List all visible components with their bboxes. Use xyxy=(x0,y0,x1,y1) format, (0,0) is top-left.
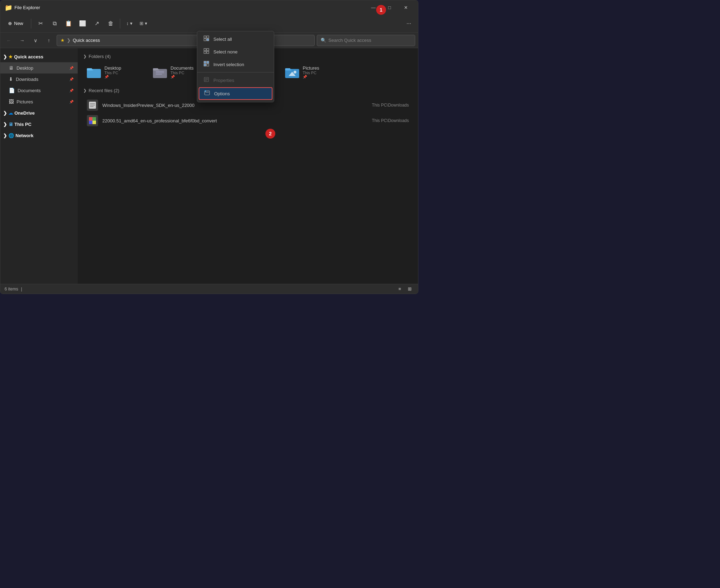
pin-icon-4: 📌 xyxy=(69,100,73,104)
menu-item-properties[interactable]: Properties xyxy=(197,74,274,87)
quick-access-icon: ★ xyxy=(8,54,13,59)
copy-button[interactable]: ⧉ xyxy=(48,17,61,30)
svg-rect-31 xyxy=(204,49,206,51)
svg-rect-45 xyxy=(205,90,206,92)
more-button[interactable]: ··· xyxy=(403,17,415,30)
pin-icon-3: 📌 xyxy=(69,89,73,92)
recent-item-2[interactable]: 22000.51_amd64_en-us_professional_bfe6f0… xyxy=(83,113,412,128)
sidebar-thispc-header[interactable]: ❯ 🖥 This PC xyxy=(0,119,78,130)
grid-view-icon: ⊞ xyxy=(408,286,412,292)
svg-rect-16 xyxy=(285,68,290,70)
sidebar-item-downloads-label: Downloads xyxy=(16,77,38,82)
recent-header-label: Recent files (2) xyxy=(89,88,119,93)
path-separator: ❯ xyxy=(67,38,71,43)
svg-rect-7 xyxy=(156,72,164,73)
svg-rect-22 xyxy=(90,106,94,107)
sidebar-item-pictures[interactable]: 🖼 Pictures 📌 xyxy=(0,96,78,107)
folder-icon-desktop xyxy=(87,66,101,78)
sort-icon: ↕ ▾ xyxy=(126,21,132,26)
svg-point-18 xyxy=(294,71,296,74)
svg-rect-40 xyxy=(205,78,208,79)
menu-options-label: Options xyxy=(214,91,230,96)
search-box[interactable]: 🔍 Search Quick access xyxy=(317,35,415,46)
delete-button[interactable]: 🗑 xyxy=(104,17,117,30)
sidebar-item-documents-label: Documents xyxy=(18,88,41,93)
svg-rect-20 xyxy=(90,103,95,104)
network-label: Network xyxy=(15,133,33,138)
svg-rect-21 xyxy=(90,105,95,106)
sidebar-quick-access-header[interactable]: ❯ ★ Quick access xyxy=(0,51,78,62)
back-button[interactable]: ← xyxy=(3,35,14,46)
grid-view-button[interactable]: ⊞ xyxy=(405,286,414,293)
menu-item-options[interactable]: Options xyxy=(199,87,272,100)
view-button[interactable]: ⊞ ▾ xyxy=(137,17,150,30)
delete-icon: 🗑 xyxy=(108,20,114,27)
recent-item-1-name: Windows_InsiderPreview_SDK_en-us_22000 xyxy=(102,103,348,108)
new-button[interactable]: ⊕ New xyxy=(3,19,28,28)
select-all-icon xyxy=(203,36,210,43)
menu-item-select-all[interactable]: Select all xyxy=(197,33,274,45)
documents-icon: 📄 xyxy=(9,88,15,93)
folder-documents-pin: 📌 xyxy=(171,75,194,79)
svg-rect-33 xyxy=(204,51,206,53)
menu-select-none-label: Select none xyxy=(213,49,238,55)
downloads-icon: ⬇ xyxy=(9,76,13,82)
search-icon: 🔍 xyxy=(321,38,326,43)
chevron-right-icon-2: ❯ xyxy=(3,122,7,127)
menu-item-select-none[interactable]: Select none xyxy=(197,45,274,58)
forward-button[interactable]: → xyxy=(17,35,28,46)
paste-button[interactable]: 📋 xyxy=(62,17,75,30)
recent-item-1-location: This PC\Downloads xyxy=(353,103,409,108)
folder-documents-info: Documents This PC 📌 xyxy=(171,65,194,79)
titlebar-controls: — □ ✕ xyxy=(365,2,414,13)
sidebar-item-desktop[interactable]: 🖥 Desktop 📌 xyxy=(0,62,78,74)
sidebar-item-downloads[interactable]: ⬇ Downloads 📌 xyxy=(0,74,78,85)
select-none-icon xyxy=(203,48,210,55)
rename-button[interactable]: ⬜ xyxy=(76,17,89,30)
sidebar-onedrive-header[interactable]: ❯ ☁ OneDrive xyxy=(0,107,78,119)
titlebar-icon: 📁 xyxy=(5,4,12,11)
menu-invert-selection-label: Invert selection xyxy=(213,62,244,67)
toolbar-separator-2 xyxy=(120,19,120,28)
svg-rect-8 xyxy=(156,74,162,75)
sidebar-network-header[interactable]: ❯ 🌐 Network xyxy=(0,130,78,141)
cut-button[interactable]: ✂ xyxy=(34,17,47,30)
chevron-right-icon-3: ❯ xyxy=(3,133,7,138)
recent-item-2-location: This PC\Downloads xyxy=(353,118,409,123)
svg-rect-30 xyxy=(207,39,209,41)
share-icon: ↗ xyxy=(95,20,99,27)
sidebar-item-documents[interactable]: 📄 Documents 📌 xyxy=(0,85,78,96)
svg-rect-26 xyxy=(92,121,96,124)
address-box[interactable]: ★ ❯ Quick access xyxy=(57,35,315,46)
path-label: Quick access xyxy=(73,38,100,43)
folders-header-label: Folders (4) xyxy=(89,54,111,59)
folder-pictures-sub: This PC xyxy=(303,71,319,75)
annotation-2: 2 xyxy=(265,129,275,139)
thispc-label: This PC xyxy=(14,122,31,127)
up-button[interactable]: ↑ xyxy=(43,35,54,46)
svg-rect-5 xyxy=(153,68,158,70)
folder-desktop-info: Desktop This PC 📌 xyxy=(104,65,121,79)
folder-item-desktop[interactable]: Desktop This PC 📌 xyxy=(83,63,148,81)
folder-item-pictures[interactable]: Pictures This PC 📌 xyxy=(282,63,346,81)
svg-rect-2 xyxy=(87,68,92,70)
annotation-1: 1 xyxy=(376,5,386,15)
share-button[interactable]: ↗ xyxy=(90,17,103,30)
copy-icon: ⧉ xyxy=(53,20,57,27)
onedrive-icon: ☁ xyxy=(8,110,13,116)
view-icon: ⊞ ▾ xyxy=(140,21,147,26)
close-button[interactable]: ✕ xyxy=(398,2,414,13)
dropdown-button[interactable]: ∨ xyxy=(30,35,41,46)
list-view-button[interactable]: ≡ xyxy=(396,286,404,293)
thispc-icon: 🖥 xyxy=(8,122,13,127)
svg-rect-28 xyxy=(207,36,209,38)
svg-rect-24 xyxy=(92,117,96,121)
folder-documents-name: Documents xyxy=(171,65,194,71)
sort-button[interactable]: ↕ ▾ xyxy=(123,17,136,30)
chevron-right-icon: ❯ xyxy=(3,110,7,116)
chevron-down-icon: ❯ xyxy=(3,54,7,59)
menu-item-invert-selection[interactable]: Invert selection xyxy=(197,58,274,71)
recent-icon-2 xyxy=(87,115,98,126)
more-icon: ··· xyxy=(406,20,411,27)
pictures-icon: 🖼 xyxy=(9,99,14,104)
